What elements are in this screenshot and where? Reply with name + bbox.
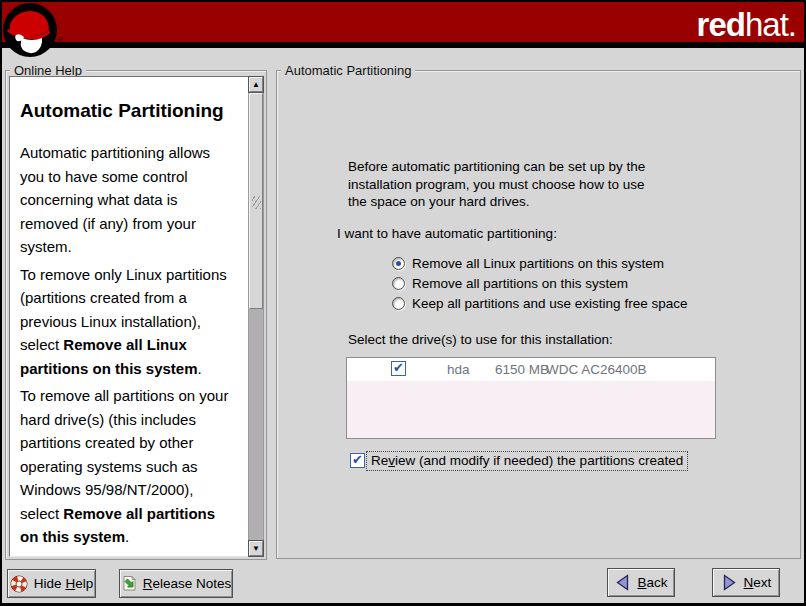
redhat-logotype: redhat. (697, 6, 796, 44)
radio-button-icon[interactable] (392, 277, 405, 290)
help-paragraph-1: Automatic partitioning allows you to hav… (20, 141, 246, 259)
radio-label[interactable]: Remove all Linux partitions on this syst… (412, 256, 664, 271)
drive-table[interactable]: ✔ hda 6150 MB WDC AC26400B (346, 357, 716, 439)
scroll-down-button[interactable]: ▼ (249, 541, 263, 556)
drive-model-cell: WDC AC26400B (546, 362, 647, 377)
automatic-partitioning-frame: Automatic Partitioning (276, 70, 801, 559)
review-partitions-checkbox[interactable]: ✔ (350, 453, 365, 468)
back-label: Back (637, 575, 667, 590)
release-notes-button[interactable]: Release Notes (119, 569, 233, 598)
release-notes-label: Release Notes (143, 576, 232, 591)
scroll-up-icon: ▲ (252, 81, 260, 89)
scroll-up-button[interactable]: ▲ (249, 77, 263, 92)
help-scrollbar[interactable]: ▲ ▼ (248, 76, 264, 557)
redhat-shadowman-logo-icon (2, 2, 59, 59)
radio-remove-linux-partitions[interactable]: Remove all Linux partitions on this syst… (392, 254, 664, 272)
release-notes-icon (121, 575, 137, 592)
scrollbar-grip-icon (252, 196, 261, 209)
registered-trademark: ® (57, 35, 63, 44)
brand-light-part: hat. (745, 6, 796, 43)
review-partitions-label[interactable]: Review (and modify if needed) the partit… (366, 451, 688, 471)
installer-window: ® redhat. Online Help Automatic Partitio… (2, 2, 804, 603)
drive-device-cell: hda (447, 362, 470, 377)
help-content: Automatic Partitioning Automatic partiti… (20, 77, 246, 557)
header-banner (2, 2, 804, 48)
brand-bold-part: red (697, 6, 745, 43)
help-paragraph-4-clipped: To retain your current data and (20, 553, 246, 558)
radio-label[interactable]: Keep all partitions and use existing fre… (412, 296, 687, 311)
intro-text: Before automatic partitioning can be set… (348, 158, 645, 211)
help-title: Automatic Partitioning (20, 101, 246, 121)
next-button[interactable]: Next (712, 568, 780, 597)
partitioning-question-label: I want to have automatic partitioning: (337, 225, 557, 243)
radio-remove-all-partitions[interactable]: Remove all partitions on this system (392, 274, 628, 292)
hide-help-label: Hide Help (34, 576, 93, 591)
online-help-frame: Online Help Automatic Partitioning Autom… (5, 70, 267, 560)
radio-keep-all-partitions[interactable]: Keep all partitions and use existing fre… (392, 294, 687, 312)
back-arrow-icon (614, 573, 631, 592)
installer-screen: ® redhat. Online Help Automatic Partitio… (0, 0, 806, 606)
scroll-down-icon: ▼ (252, 545, 260, 553)
radio-button-icon[interactable] (392, 297, 405, 310)
life-buoy-icon (10, 575, 28, 593)
next-label: Next (744, 575, 772, 590)
radio-label[interactable]: Remove all partitions on this system (412, 276, 628, 291)
radio-button-icon[interactable] (392, 257, 405, 270)
scrollbar-thumb[interactable] (249, 93, 263, 309)
help-text-viewport: Automatic Partitioning Automatic partiti… (9, 76, 249, 557)
back-button[interactable]: Back (607, 568, 675, 597)
next-arrow-icon (721, 573, 738, 592)
drive-select-label: Select the drive(s) to use for this inst… (348, 331, 613, 349)
drive-size-cell: 6150 MB (495, 362, 549, 377)
automatic-partitioning-frame-label: Automatic Partitioning (281, 63, 415, 78)
help-paragraph-2: To remove only Linux partitions (partiti… (20, 263, 246, 381)
drive-checkbox[interactable]: ✔ (391, 361, 406, 376)
hide-help-button[interactable]: Hide Help (7, 569, 96, 598)
help-paragraph-3: To remove all partitions on your hard dr… (20, 384, 246, 549)
table-row-hda[interactable]: ✔ hda 6150 MB WDC AC26400B (347, 358, 715, 381)
